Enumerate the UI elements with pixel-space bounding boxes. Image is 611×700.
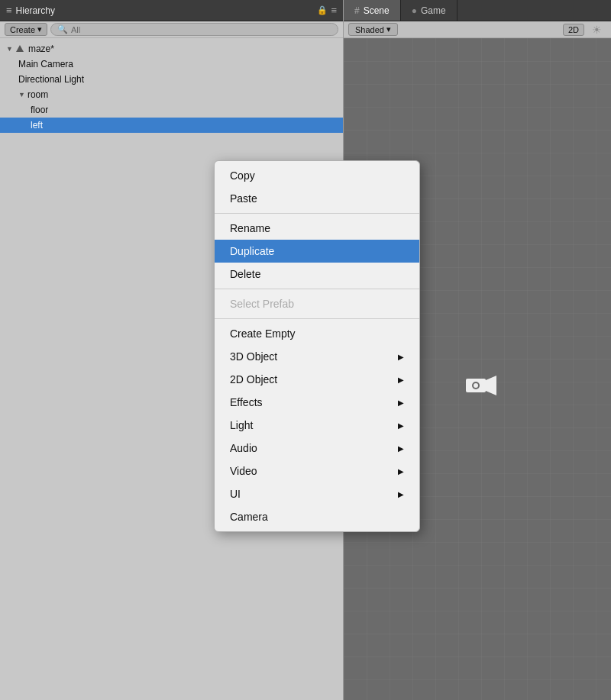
create-empty-label: Create Empty: [230, 327, 296, 340]
context-menu: Copy Paste Rename Duplicate Delete Selec…: [214, 160, 420, 532]
tree-item-floor[interactable]: floor: [0, 102, 343, 118]
tree-item-main-camera[interactable]: Main Camera: [0, 56, 343, 72]
tree-item-label: Directional Light: [18, 74, 84, 85]
unity-logo-icon: [15, 44, 24, 53]
sun-icon[interactable]: ☀: [587, 23, 606, 37]
select-prefab-label: Select Prefab: [230, 298, 294, 310]
context-menu-delete[interactable]: Delete: [215, 263, 419, 285]
svg-marker-0: [16, 45, 24, 52]
effects-label: Effects: [230, 396, 263, 408]
create-arrow-icon: ▾: [37, 24, 42, 34]
search-icon: 🔍: [57, 24, 68, 34]
2d-object-label: 2D Object: [230, 373, 277, 385]
video-label: Video: [230, 465, 257, 477]
context-menu-copy[interactable]: Copy: [215, 164, 419, 187]
submenu-arrow-icon: ▶: [398, 490, 404, 498]
rename-label: Rename: [230, 222, 270, 234]
scene-tab-label: Scene: [364, 5, 390, 16]
hamburger-icon: ≡: [6, 5, 12, 16]
create-label: Create: [10, 25, 35, 34]
search-box[interactable]: 🔍 All: [50, 23, 338, 36]
separator-2: [215, 289, 419, 289]
tab-game[interactable]: ● Game: [401, 0, 457, 21]
submenu-arrow-icon: ▶: [398, 421, 404, 430]
light-label: Light: [230, 419, 253, 431]
create-button[interactable]: Create ▾: [5, 23, 47, 36]
context-menu-effects[interactable]: Effects ▶: [215, 391, 419, 414]
tree-item-label: Main Camera: [18, 59, 73, 69]
options-icon[interactable]: ≡: [331, 5, 337, 16]
lock-icon[interactable]: 🔒: [317, 5, 328, 15]
audio-label: Audio: [230, 442, 257, 454]
arrow-icon: ▼: [18, 91, 25, 98]
svg-marker-3: [486, 376, 496, 395]
context-menu-2d-object[interactable]: 2D Object ▶: [215, 368, 419, 391]
submenu-arrow-icon: ▶: [398, 353, 404, 361]
context-menu-3d-object[interactable]: 3D Object ▶: [215, 345, 419, 368]
game-tab-label: Game: [421, 5, 446, 16]
hierarchy-tree: ▼ maze* Main Camera Directional Light ▼ …: [0, 38, 343, 136]
shaded-button[interactable]: Shaded ▾: [348, 23, 398, 36]
shaded-label: Shaded: [355, 25, 384, 34]
tree-item-label: left: [31, 120, 43, 131]
2d-button[interactable]: 2D: [563, 24, 584, 36]
tree-item-directional-light[interactable]: Directional Light: [0, 72, 343, 87]
arrow-icon: ▼: [6, 45, 13, 53]
tree-item-label: room: [27, 89, 48, 100]
separator-1: [215, 213, 419, 214]
hierarchy-toolbar: Create ▾ 🔍 All: [0, 21, 343, 38]
context-menu-video[interactable]: Video ▶: [215, 460, 419, 482]
2d-label: 2D: [568, 25, 579, 34]
scene-toolbar: Shaded ▾ 2D ☀: [344, 21, 611, 38]
submenu-arrow-icon: ▶: [398, 444, 404, 453]
context-menu-audio[interactable]: Audio ▶: [215, 437, 419, 460]
panel-controls: 🔒 ≡: [317, 5, 337, 16]
tree-item-room[interactable]: ▼ room: [0, 87, 343, 102]
hierarchy-header: ≡ Hierarchy 🔒 ≡: [0, 0, 343, 21]
separator-3: [215, 318, 419, 319]
submenu-arrow-icon: ▶: [398, 376, 404, 384]
svg-point-5: [474, 383, 478, 388]
duplicate-label: Duplicate: [230, 245, 274, 257]
context-menu-select-prefab: Select Prefab: [215, 292, 419, 315]
submenu-arrow-icon: ▶: [398, 398, 404, 407]
hierarchy-title: ≡ Hierarchy: [6, 5, 55, 16]
tree-item-label: floor: [31, 105, 48, 115]
3d-object-label: 3D Object: [230, 350, 277, 363]
context-menu-rename[interactable]: Rename: [215, 217, 419, 240]
hierarchy-title-text: Hierarchy: [16, 5, 55, 16]
shaded-arrow-icon: ▾: [386, 24, 391, 34]
ui-label: UI: [230, 488, 241, 500]
scene-header: # Scene ● Game: [344, 0, 611, 21]
context-menu-create-empty[interactable]: Create Empty: [215, 322, 419, 345]
context-menu-light[interactable]: Light ▶: [215, 414, 419, 437]
submenu-arrow-icon: ▶: [398, 467, 404, 476]
paste-label: Paste: [230, 192, 257, 205]
scene-hash-icon: #: [354, 5, 360, 16]
tree-item-label: maze*: [28, 44, 54, 54]
search-placeholder: All: [71, 25, 80, 34]
game-controller-icon: ●: [412, 5, 417, 16]
copy-label: Copy: [230, 169, 255, 182]
context-menu-ui[interactable]: UI ▶: [215, 482, 419, 505]
camera-icon: [466, 374, 496, 402]
tab-scene[interactable]: # Scene: [344, 0, 401, 21]
tree-item-maze[interactable]: ▼ maze*: [0, 41, 343, 56]
context-menu-camera[interactable]: Camera: [215, 505, 419, 528]
camera-label: Camera: [230, 511, 268, 523]
delete-label: Delete: [230, 268, 260, 280]
context-menu-duplicate[interactable]: Duplicate: [215, 240, 419, 263]
tree-item-left[interactable]: left: [0, 118, 343, 133]
context-menu-paste[interactable]: Paste: [215, 187, 419, 210]
